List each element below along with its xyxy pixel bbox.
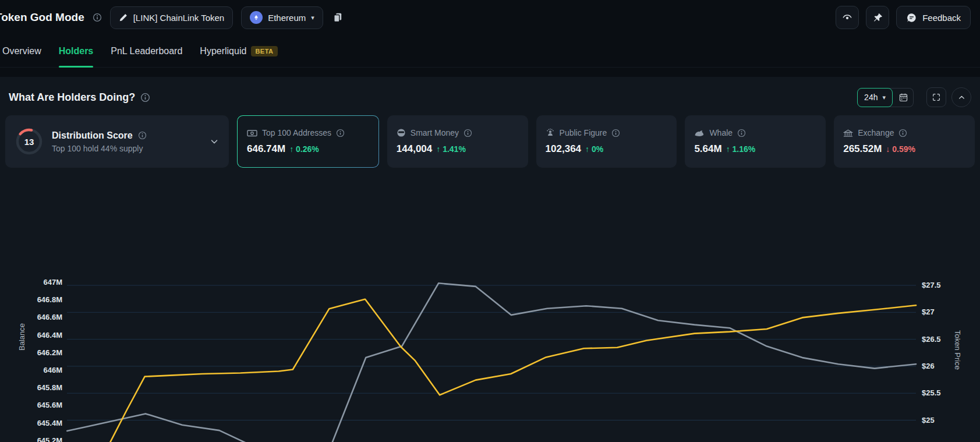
tab-bar: Overview Holders PnL Leaderboard Hyperli… [0,35,980,68]
stat-change: ↑ 0% [585,144,603,154]
pencil-icon [119,13,128,22]
stat-change: ↑ 1.41% [436,144,466,154]
stat-label: Smart Money [411,128,459,137]
chain-select-button[interactable]: Ethereum ▾ [241,6,323,29]
holders-panel: What Are Holders Doing? 24h ▾ [0,77,980,442]
chevron-down-icon: ▾ [311,14,314,22]
header-right: Feedback [836,6,971,29]
timeframe-value: 24h [864,93,878,102]
tab-hyperliquid[interactable]: Hyperliquid BETA [200,35,277,68]
info-icon[interactable] [336,129,345,137]
chain-select-label: Ethereum [268,13,306,23]
tab-holders[interactable]: Holders [59,35,94,68]
stat-card-whale[interactable]: Whale 5.64M ↑ 1.16% [685,115,826,168]
whale-icon [694,129,705,137]
stat-label: Top 100 Addresses [262,128,331,137]
header-left: Token God Mode [LINK] ChainLink Token Et… [0,6,343,29]
left-axis-tick: 645.6M [0,401,62,410]
balance-line[interactable] [67,299,916,442]
copy-icon[interactable] [332,12,343,23]
left-axis-tick: 645.8M [0,383,62,393]
fullscreen-icon [932,93,941,102]
token-select-label: [LINK] ChainLink Token [133,13,224,23]
info-icon[interactable] [140,93,150,102]
calendar-icon [898,93,908,102]
right-axis-tick: $27.5 [922,281,959,290]
distribution-gauge: 13 [15,127,44,156]
eye-icon [841,12,853,23]
page-title-info-icon[interactable] [93,13,102,22]
info-icon[interactable] [464,129,472,137]
left-axis-title: Balance [17,323,26,351]
stat-card-exchange[interactable]: Exchange 265.52M ↓ 0.59% [834,115,975,168]
distribution-score-card[interactable]: 13 Distribution Score Top 100 hold 44% s… [5,115,229,168]
banknote-icon [247,129,257,137]
chat-icon [906,12,917,23]
right-axis-tick: $25.5 [922,388,959,398]
page-title: Token God Mode [0,11,84,24]
holders-chart[interactable]: 647M646.8M646.6M646.4M646.2M646M645.8M64… [0,252,980,442]
collapse-button[interactable] [951,87,971,107]
info-icon[interactable] [138,131,147,140]
stat-card-top-100-addresses[interactable]: Top 100 Addresses 646.74M ↑ 0.26% [237,115,379,168]
tab-label: Overview [2,46,41,56]
left-axis-tick: 645.4M [0,419,62,428]
stat-change: ↓ 0.59% [886,144,915,154]
tab-label: Holders [59,46,94,56]
exchange-icon [843,129,853,137]
panel-controls: 24h ▾ [857,87,971,107]
stat-label: Whale [709,128,733,137]
info-icon[interactable] [737,129,746,137]
tab-label: PnL Leaderboard [111,46,182,56]
chevron-down-icon[interactable] [209,136,220,147]
tab-pnl-leaderboard[interactable]: PnL Leaderboard [111,35,182,68]
panel-title-text: What Are Holders Doing? [9,91,135,104]
calendar-button[interactable] [889,88,914,107]
left-axis-tick: 646.6M [0,313,62,322]
distribution-subtitle: Top 100 hold 44% supply [52,144,147,153]
info-icon[interactable] [898,129,907,137]
distribution-score-value: 13 [15,127,44,156]
chevron-up-icon [957,93,966,102]
timeframe-dropdown[interactable]: 24h ▾ [857,88,893,107]
stat-value: 265.52M [843,143,882,155]
panel-header: What Are Holders Doing? 24h ▾ [0,77,980,107]
public-figure-icon [546,128,555,137]
stat-card-smart-money[interactable]: Smart Money 144,004 ↑ 1.41% [387,115,528,168]
distribution-text: Distribution Score Top 100 hold 44% supp… [52,130,147,153]
left-axis-tick: 647M [0,278,62,287]
stat-value: 646.74M [247,143,285,155]
watchlist-eye-button[interactable] [836,6,859,29]
stat-card-public-figure[interactable]: Public Figure 102,364 ↑ 0% [536,115,677,168]
stat-value: 102,364 [546,143,581,155]
tab-overview[interactable]: Overview [2,35,41,68]
stat-change: ↑ 1.16% [726,144,756,154]
left-axis-tick: 645.2M [0,436,62,442]
timeframe-group: 24h ▾ [857,88,914,107]
left-axis-tick: 646.4M [0,331,62,340]
stat-value: 144,004 [397,143,432,155]
left-axis-tick: 646.8M [0,295,62,305]
header: Token God Mode [LINK] ChainLink Token Et… [0,0,980,35]
chevron-down-icon: ▾ [882,94,886,101]
stat-change: ↑ 0.26% [289,144,319,154]
left-axis-tick: 646.2M [0,348,62,358]
token-price-line[interactable] [67,283,916,442]
holder-stat-cards: 13 Distribution Score Top 100 hold 44% s… [5,115,975,168]
token-select-button[interactable]: [LINK] ChainLink Token [110,6,233,29]
chart-canvas[interactable] [0,252,980,442]
pin-icon [872,12,883,23]
fullscreen-button[interactable] [926,87,946,107]
right-axis-tick: $25 [922,416,959,425]
info-icon[interactable] [611,129,620,137]
stat-label: Public Figure [560,128,607,137]
feedback-button[interactable]: Feedback [896,6,971,29]
distribution-title: Distribution Score [52,130,133,141]
stat-value: 5.64M [694,143,721,155]
token-god-mode-app: Token God Mode [LINK] ChainLink Token Et… [0,0,980,442]
stat-label: Exchange [858,128,894,137]
pin-button[interactable] [866,6,889,29]
feedback-label: Feedback [922,13,961,23]
panel-title: What Are Holders Doing? [9,91,150,104]
smart-money-icon [397,128,406,137]
